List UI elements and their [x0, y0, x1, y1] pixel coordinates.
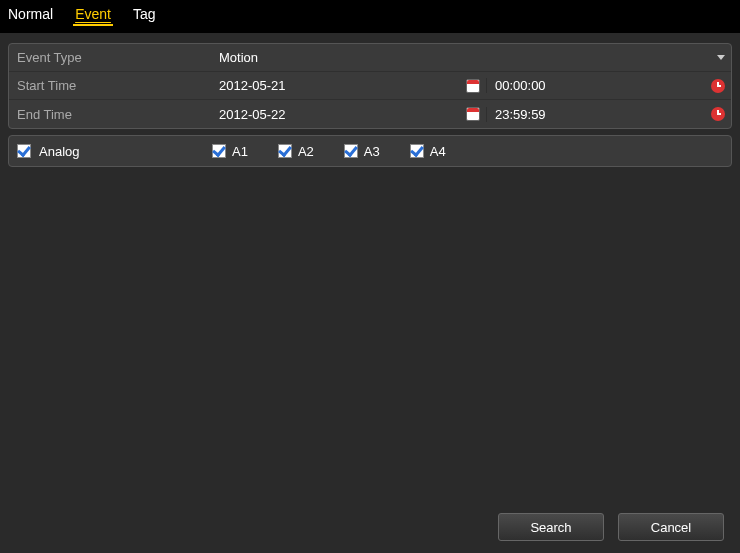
- footer-buttons: Search Cancel: [498, 513, 724, 541]
- start-date-field[interactable]: 2012-05-21: [219, 78, 486, 93]
- label-start-time: Start Time: [9, 78, 219, 93]
- end-date-value: 2012-05-22: [219, 107, 286, 122]
- label-a4: A4: [430, 144, 446, 159]
- label-end-time: End Time: [9, 107, 219, 122]
- end-time-field[interactable]: 23:59:59: [486, 107, 731, 122]
- clock-icon[interactable]: [711, 107, 725, 121]
- start-time-value: 00:00:00: [495, 78, 546, 93]
- tab-normal[interactable]: Normal: [6, 4, 55, 26]
- chevron-down-icon: [717, 55, 725, 60]
- tab-bar: Normal Event Tag: [0, 0, 740, 33]
- channels-panel: Analog A1 A2 A3 A4: [8, 135, 732, 167]
- end-date-field[interactable]: 2012-05-22: [219, 107, 486, 122]
- start-date-value: 2012-05-21: [219, 78, 286, 93]
- cancel-button[interactable]: Cancel: [618, 513, 724, 541]
- start-time-field[interactable]: 00:00:00: [486, 78, 731, 93]
- calendar-icon[interactable]: [466, 107, 480, 121]
- content-area: Event Type Motion Start Time 2012-05-21 …: [0, 33, 740, 183]
- row-event-type: Event Type Motion: [9, 44, 731, 72]
- checkbox-a2[interactable]: [278, 144, 292, 158]
- channels-row: Analog A1 A2 A3 A4: [9, 136, 731, 166]
- label-a2: A2: [298, 144, 314, 159]
- event-type-value: Motion: [219, 50, 258, 65]
- label-event-type: Event Type: [9, 50, 219, 65]
- search-criteria-panel: Event Type Motion Start Time 2012-05-21 …: [8, 43, 732, 129]
- search-button[interactable]: Search: [498, 513, 604, 541]
- label-analog: Analog: [39, 144, 79, 159]
- row-start-time: Start Time 2012-05-21 00:00:00: [9, 72, 731, 100]
- tab-event[interactable]: Event: [73, 4, 113, 26]
- checkbox-analog-all[interactable]: [17, 144, 31, 158]
- tab-tag[interactable]: Tag: [131, 4, 158, 26]
- calendar-icon[interactable]: [466, 79, 480, 93]
- checkbox-a1[interactable]: [212, 144, 226, 158]
- label-a1: A1: [232, 144, 248, 159]
- checkbox-a4[interactable]: [410, 144, 424, 158]
- end-time-value: 23:59:59: [495, 107, 546, 122]
- clock-icon[interactable]: [711, 79, 725, 93]
- label-a3: A3: [364, 144, 380, 159]
- event-type-dropdown[interactable]: Motion: [219, 50, 731, 65]
- checkbox-a3[interactable]: [344, 144, 358, 158]
- row-end-time: End Time 2012-05-22 23:59:59: [9, 100, 731, 128]
